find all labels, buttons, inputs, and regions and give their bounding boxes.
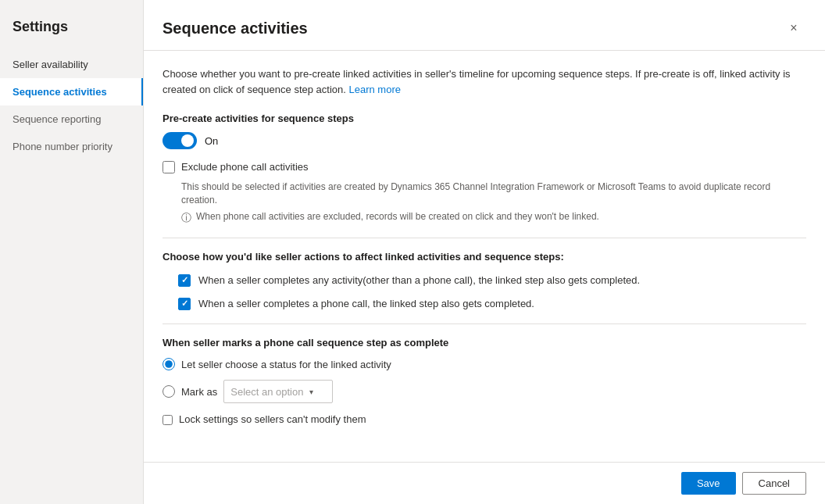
info-icon: ⓘ — [181, 211, 191, 225]
main-panel: Sequence activities × Choose whether you… — [144, 0, 825, 504]
sidebar-item-sequence-reporting[interactable]: Sequence reporting — [0, 105, 143, 133]
activity-row-2: When a seller completes a phone call, th… — [178, 297, 806, 311]
chevron-down-icon: ▾ — [309, 388, 313, 396]
exclude-phone-checkbox[interactable] — [162, 161, 175, 173]
radio-let-seller[interactable] — [162, 358, 175, 370]
close-button[interactable]: × — [781, 16, 806, 41]
activity-text-2: When a seller completes a phone call, th… — [198, 297, 534, 311]
section-heading: Choose how you'd like seller actions to … — [162, 251, 806, 263]
dropdown-placeholder-text: Select an option — [230, 386, 303, 398]
pre-create-label: Pre-create activities for sequence steps — [162, 113, 806, 124]
activity-row-1: When a seller completes any activity(oth… — [178, 273, 806, 288]
activity-check-1[interactable] — [178, 274, 191, 287]
lock-settings-checkbox[interactable] — [162, 415, 173, 425]
learn-more-link[interactable]: Learn more — [349, 84, 401, 95]
info-row: ⓘ When phone call activities are exclude… — [181, 210, 806, 225]
sidebar-item-seller-availability[interactable]: Seller availability — [0, 51, 143, 78]
dialog-header: Sequence activities × — [144, 0, 825, 51]
dialog-title: Sequence activities — [162, 20, 308, 38]
radio-let-seller-label[interactable]: Let seller choose a status for the linke… — [181, 359, 391, 370]
phone-call-section-label: When seller marks a phone call sequence … — [162, 337, 806, 349]
toggle-row: On — [162, 132, 806, 149]
pre-create-toggle[interactable] — [162, 132, 197, 149]
mark-as-dropdown[interactable]: Select an option ▾ — [223, 380, 333, 403]
toggle-label: On — [205, 135, 218, 147]
radio-mark-as[interactable] — [162, 385, 175, 398]
activity-text-1: When a seller completes any activity(oth… — [198, 273, 640, 288]
sidebar-item-sequence-activities[interactable]: Sequence activities — [0, 78, 143, 105]
save-button[interactable]: Save — [681, 472, 736, 495]
dialog-content: Choose whether you want to pre-create li… — [144, 51, 825, 462]
section-divider-2 — [162, 323, 806, 324]
sidebar: Settings Seller availability Sequence ac… — [0, 0, 144, 504]
radio-row-1: Let seller choose a status for the linke… — [162, 358, 806, 370]
cancel-button[interactable]: Cancel — [742, 472, 806, 495]
info-text: When phone call activities are excluded,… — [196, 210, 599, 223]
description-text: Choose whether you want to pre-create li… — [162, 66, 806, 97]
exclude-phone-label[interactable]: Exclude phone call activities — [181, 160, 309, 174]
sidebar-title: Settings — [0, 13, 143, 51]
lock-settings-label[interactable]: Lock settings so sellers can't modify th… — [179, 413, 366, 427]
exclude-phone-sublabel: This should be selected if activities ar… — [181, 181, 806, 207]
sidebar-item-phone-number-priority[interactable]: Phone number priority — [0, 133, 143, 160]
radio-mark-as-label[interactable]: Mark as — [181, 386, 217, 398]
radio-row-2: Mark as Select an option ▾ — [162, 380, 806, 403]
lock-row: Lock settings so sellers can't modify th… — [162, 413, 806, 427]
section-divider — [162, 238, 806, 238]
activity-check-2[interactable] — [178, 298, 191, 310]
dialog-footer: Save Cancel — [144, 462, 825, 504]
exclude-checkbox-row: Exclude phone call activities — [162, 160, 806, 174]
